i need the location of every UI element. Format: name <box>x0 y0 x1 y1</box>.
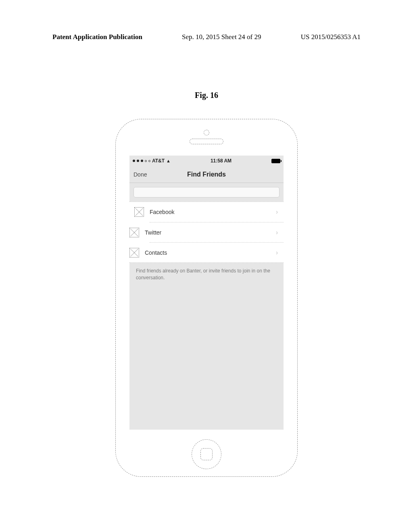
phone-screen: AT&T ▲ 11:58 AM Done Find Friends Facebo… <box>129 156 284 430</box>
chevron-right-icon: › <box>276 208 277 216</box>
placeholder-icon <box>129 228 139 237</box>
speaker-slot <box>190 139 223 144</box>
search-container <box>129 183 284 202</box>
status-bar-left: AT&T ▲ <box>133 158 171 164</box>
doc-header-left: Patent Application Publication <box>52 33 142 41</box>
phone-frame: AT&T ▲ 11:58 AM Done Find Friends Facebo… <box>115 119 298 477</box>
status-bar: AT&T ▲ 11:58 AM <box>129 156 284 166</box>
status-time: 11:58 AM <box>211 158 232 164</box>
camera-icon <box>204 130 209 135</box>
nav-bar: Done Find Friends <box>129 166 284 183</box>
signal-dot-icon <box>141 160 143 162</box>
list-item-label: Facebook <box>150 209 276 215</box>
list-item-contacts[interactable]: Contacts › <box>150 242 284 262</box>
signal-dot-icon <box>145 160 147 162</box>
done-button[interactable]: Done <box>133 171 147 178</box>
home-button-glyph-icon <box>200 448 213 460</box>
signal-dot-icon <box>148 160 150 162</box>
signal-dot-icon <box>133 160 135 162</box>
wifi-icon: ▲ <box>166 158 171 163</box>
chevron-right-icon: › <box>276 249 277 256</box>
list-item-label: Contacts <box>145 249 276 256</box>
page-title: Find Friends <box>129 171 284 178</box>
footer-hint: Find friends already on Banter, or invit… <box>129 263 284 287</box>
list-item-label: Twitter <box>145 229 276 236</box>
placeholder-icon <box>134 207 144 217</box>
carrier-label: AT&T <box>152 158 165 164</box>
figure-caption: Fig. 16 <box>0 91 413 100</box>
chevron-right-icon: › <box>276 229 277 236</box>
options-list: Facebook › Twitter › Contacts › <box>129 202 284 263</box>
home-button[interactable] <box>192 439 221 469</box>
doc-header-center: Sep. 10, 2015 Sheet 24 of 29 <box>182 33 261 41</box>
list-item-facebook[interactable]: Facebook › <box>129 202 284 222</box>
signal-dot-icon <box>137 160 139 162</box>
doc-header: Patent Application Publication Sep. 10, … <box>52 33 361 41</box>
placeholder-icon <box>129 248 139 258</box>
battery-icon <box>271 159 280 163</box>
doc-header-right: US 2015/0256353 A1 <box>301 33 361 41</box>
search-input[interactable] <box>133 187 280 197</box>
list-item-twitter[interactable]: Twitter › <box>150 222 284 242</box>
